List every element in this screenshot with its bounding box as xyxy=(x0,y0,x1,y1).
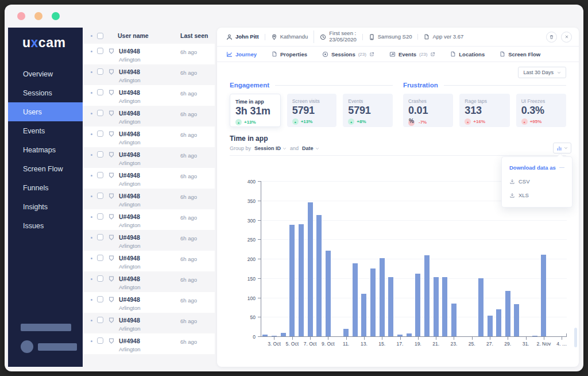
chart-title: Time in app xyxy=(230,135,566,143)
tag-icon[interactable] xyxy=(108,234,115,241)
sidebar-item-funnels[interactable]: Funnels xyxy=(8,178,83,197)
user-id: U#4948 xyxy=(119,234,141,241)
tag-icon[interactable] xyxy=(108,89,115,96)
sidebar-item-screen-flow[interactable]: Screen Flow xyxy=(8,159,83,178)
row-checkbox[interactable] xyxy=(97,151,103,158)
row-checkbox[interactable] xyxy=(97,110,103,116)
select-all-checkbox[interactable] xyxy=(97,33,103,39)
chart-options-button[interactable] xyxy=(553,143,571,154)
user-row[interactable]: U#4948Arlington6h ago xyxy=(83,168,215,189)
tag-icon[interactable] xyxy=(108,337,115,344)
download-csv-option[interactable]: CSV xyxy=(509,178,564,185)
user-row[interactable]: U#4948Arlington6h ago xyxy=(83,126,215,147)
window-close-button[interactable] xyxy=(17,12,25,20)
row-checkbox[interactable] xyxy=(97,234,103,240)
x-tick xyxy=(382,337,382,340)
user-row[interactable]: U#4948Arlington6h ago xyxy=(83,64,215,85)
row-checkbox[interactable] xyxy=(97,255,103,261)
download-xls-option[interactable]: XLS xyxy=(509,192,564,198)
tab-screen-flow[interactable]: Screen Flow xyxy=(500,51,540,57)
meta-first-seen: First seen :23/05/2020 xyxy=(314,30,362,43)
sidebar-item-overview[interactable]: Overview xyxy=(8,64,83,83)
user-row[interactable]: U#4948Arlington6h ago xyxy=(83,251,215,271)
x-axis-label: 29. xyxy=(504,341,511,347)
user-row[interactable]: U#4948Arlington6h ago xyxy=(83,313,215,333)
meta-text: Samsung S20 xyxy=(378,34,412,40)
tab-locations[interactable]: Locations xyxy=(450,51,485,57)
tag-icon[interactable] xyxy=(108,151,115,158)
tag-icon[interactable] xyxy=(108,296,115,303)
tab-sessions[interactable]: Sessions(23) xyxy=(322,51,374,57)
row-checkbox[interactable] xyxy=(97,193,103,199)
divider xyxy=(559,167,564,168)
divider xyxy=(275,85,393,86)
tag-icon[interactable] xyxy=(108,172,115,179)
tag-icon[interactable] xyxy=(108,213,115,220)
sidebar-item-insights[interactable]: Insights xyxy=(8,197,83,216)
tag-icon[interactable] xyxy=(108,193,115,199)
user-row[interactable]: U#4948Arlington6h ago xyxy=(83,189,215,209)
row-checkbox[interactable] xyxy=(97,317,103,323)
metric-card-ui-freezes[interactable]: UI Freezes0.3%▲+95% xyxy=(516,94,566,127)
row-checkbox[interactable] xyxy=(97,48,103,54)
tab-events[interactable]: Events(23) xyxy=(389,51,435,57)
user-row[interactable]: U#4948Arlington6h ago xyxy=(83,147,215,168)
delete-user-button[interactable] xyxy=(546,32,557,43)
tag-icon[interactable] xyxy=(108,255,115,262)
tag-icon[interactable] xyxy=(108,48,115,55)
tag-icon[interactable] xyxy=(108,68,115,75)
user-row[interactable]: U#4948Arlington6h ago xyxy=(83,209,215,230)
tag-icon[interactable] xyxy=(108,317,115,324)
metric-card-events[interactable]: Events5791▲+8% xyxy=(343,94,393,127)
row-checkbox[interactable] xyxy=(97,89,103,95)
window-zoom-button[interactable] xyxy=(52,12,60,20)
row-checkbox[interactable] xyxy=(97,68,103,75)
group-by-date-dropdown[interactable]: Date xyxy=(302,145,319,151)
sidebar-item-events[interactable]: Events xyxy=(8,121,83,140)
metric-card-time-in-app[interactable]: Time in app3h 31m▲+13% xyxy=(230,94,281,127)
metric-card-screen-visits[interactable]: Screen visits5791▲+13% xyxy=(287,94,337,127)
sidebar-item-heatmaps[interactable]: Heatmaps xyxy=(8,140,83,159)
row-checkbox[interactable] xyxy=(97,275,103,282)
tag-icon[interactable] xyxy=(108,131,115,137)
user-row[interactable]: U#4948Arlington6h ago xyxy=(83,44,215,64)
row-checkbox[interactable] xyxy=(97,172,103,178)
metric-card-rage-taps[interactable]: Rage taps313▲+16% xyxy=(459,94,509,127)
sidebar-item-sessions[interactable]: Sessions xyxy=(8,83,83,102)
sidebar-item-issues[interactable]: Issues xyxy=(8,216,83,235)
panel-scrollbar[interactable] xyxy=(574,328,577,347)
row-checkbox[interactable] xyxy=(97,337,103,344)
skeleton-bar xyxy=(38,343,77,351)
metric-value: 0.01 xyxy=(408,105,448,117)
tab-properties[interactable]: Properties xyxy=(272,51,307,57)
phone-icon xyxy=(369,34,375,40)
metric-card-crashes[interactable]: Crashes0.01%-7% xyxy=(403,94,453,127)
tab-journey[interactable]: Journey xyxy=(226,51,257,57)
user-name-block: U#4948Arlington xyxy=(119,317,141,332)
row-checkbox[interactable] xyxy=(97,131,103,137)
group-by-session-dropdown[interactable]: Session ID xyxy=(254,145,287,151)
chart-bar xyxy=(388,277,393,336)
date-range-select[interactable]: Last 30 Days xyxy=(518,67,566,78)
user-row[interactable]: U#4948Arlington6h ago xyxy=(83,292,215,313)
user-id: U#4948 xyxy=(119,48,141,55)
user-id: U#4948 xyxy=(119,317,141,324)
metric-value: 313 xyxy=(465,105,504,117)
chevron-down-icon xyxy=(315,147,319,151)
row-dot xyxy=(91,92,92,94)
sidebar-item-users[interactable]: Users xyxy=(8,102,83,121)
close-panel-button[interactable] xyxy=(561,32,572,43)
user-row[interactable]: U#4948Arlington6h ago xyxy=(83,230,215,251)
user-row[interactable]: U#4948Arlington6h ago xyxy=(83,106,215,126)
y-tick xyxy=(258,298,261,298)
tag-icon[interactable] xyxy=(108,275,115,282)
user-row[interactable]: U#4948Arlington6h ago xyxy=(83,85,215,106)
user-row[interactable]: U#4948Arlington6h ago xyxy=(83,333,215,354)
tag-icon[interactable] xyxy=(108,110,115,117)
bar-chart-icon xyxy=(556,145,562,151)
row-checkbox[interactable] xyxy=(97,296,103,302)
user-row[interactable]: U#4948Arlington6h ago xyxy=(83,271,215,292)
row-checkbox[interactable] xyxy=(97,213,103,220)
window-minimize-button[interactable] xyxy=(34,12,42,20)
last-seen-value: 6h ago xyxy=(180,132,197,138)
